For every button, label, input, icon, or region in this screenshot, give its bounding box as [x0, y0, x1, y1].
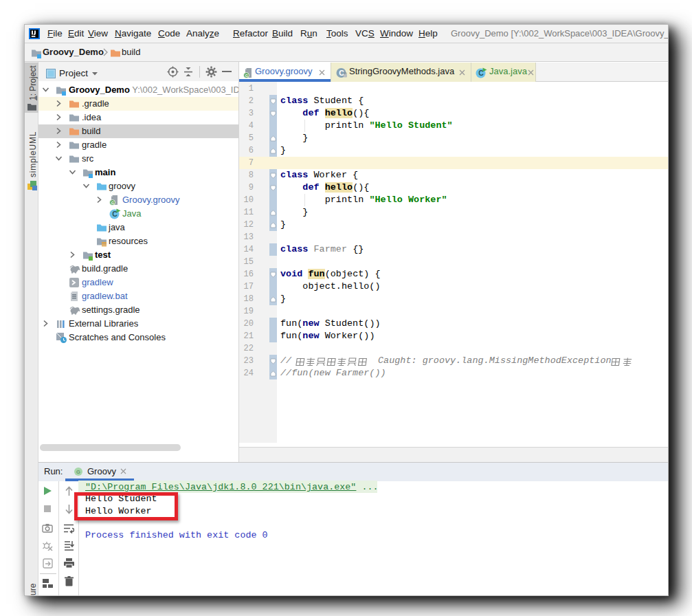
svg-text:G: G — [111, 201, 114, 205]
svg-text:G: G — [245, 74, 248, 78]
svg-text:G: G — [76, 469, 80, 475]
